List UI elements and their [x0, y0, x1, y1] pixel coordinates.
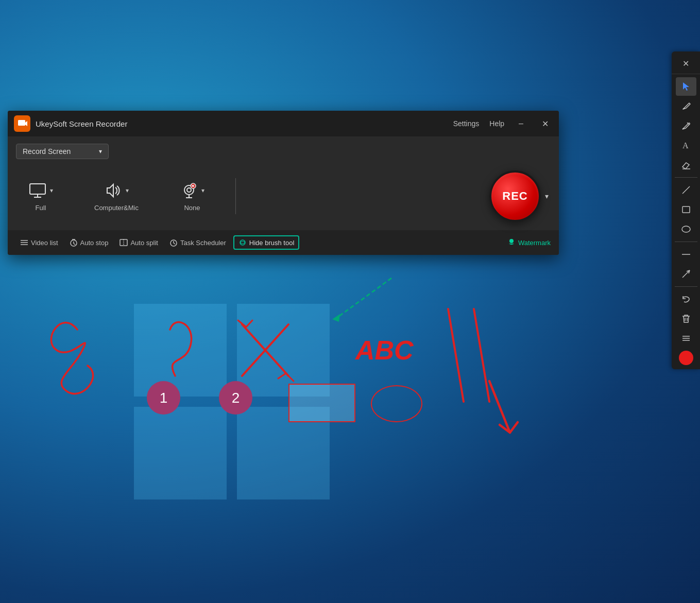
toolbar-row: Record Screen ▾ — [8, 136, 559, 164]
svg-line-28 — [174, 243, 175, 244]
close-x-icon: ✕ — [682, 59, 689, 68]
rectangle-tool-button[interactable] — [676, 200, 696, 219]
minimize-button[interactable]: – — [515, 117, 527, 130]
rec-area: REC ▾ — [489, 170, 549, 222]
eraser-icon — [681, 160, 691, 170]
marker-tool-button[interactable] — [676, 116, 696, 135]
display-icon-row: ▾ — [28, 181, 53, 200]
watermark-button[interactable]: Watermark — [507, 238, 551, 247]
close-button[interactable]: ✕ — [538, 117, 553, 131]
display-control[interactable]: ▾ Full — [18, 181, 74, 212]
task-scheduler-button[interactable]: Task Scheduler — [165, 236, 230, 249]
camera-chevron-icon: ▾ — [201, 187, 204, 194]
toolbar-divider-1 — [675, 177, 697, 178]
auto-split-button[interactable]: Auto split — [115, 236, 162, 249]
line-tool-button[interactable] — [676, 181, 696, 199]
svg-rect-7 — [30, 184, 45, 194]
video-list-button[interactable]: Video list — [16, 236, 62, 249]
brush-icon — [238, 238, 247, 247]
svg-rect-1 — [237, 304, 330, 397]
controls-divider — [235, 178, 236, 214]
ellipse-icon — [681, 224, 691, 234]
rectangle-icon — [681, 204, 691, 215]
svg-point-11 — [187, 188, 191, 192]
pen-tool-button[interactable] — [676, 97, 696, 115]
svg-rect-34 — [682, 206, 690, 213]
camera-control[interactable]: ▾ None — [159, 181, 225, 212]
svg-point-35 — [682, 226, 690, 232]
display-chevron-icon: ▾ — [50, 187, 53, 194]
camera-label: None — [184, 204, 200, 212]
undo-button[interactable] — [676, 290, 696, 308]
svg-line-37 — [682, 270, 690, 278]
svg-line-33 — [682, 186, 690, 194]
audio-chevron-icon: ▾ — [126, 187, 129, 194]
straight-line-tool-button[interactable] — [676, 245, 696, 264]
svg-marker-5 — [332, 314, 340, 322]
svg-point-30 — [509, 239, 514, 243]
svg-line-4 — [335, 278, 391, 319]
rec-dropdown-arrow[interactable]: ▾ — [545, 192, 549, 200]
rec-button[interactable]: REC — [489, 170, 541, 222]
audio-label: Computer&Mic — [94, 204, 139, 212]
svg-rect-0 — [134, 304, 227, 397]
hamburger-icon — [681, 333, 691, 343]
record-mode-dropdown[interactable]: Record Screen ▾ — [16, 144, 109, 159]
number-circle-1: 1 — [147, 381, 180, 415]
list-icon — [20, 238, 28, 247]
abc-text-annotation: ABC — [355, 335, 414, 366]
pen-icon — [681, 101, 691, 111]
help-link[interactable]: Help — [489, 119, 504, 128]
split-icon — [119, 238, 128, 247]
toolbar-divider-2 — [675, 242, 697, 242]
app-window: UkeySoft Screen Recorder Settings Help –… — [8, 111, 559, 255]
ellipse-tool-button[interactable] — [676, 220, 696, 238]
auto-stop-button[interactable]: Auto stop — [65, 236, 113, 249]
highlight-arrow-svg — [330, 273, 422, 324]
scheduler-icon — [169, 238, 178, 247]
audio-icon-row: ▾ — [104, 181, 129, 200]
number-circle-2: 2 — [219, 381, 252, 415]
cursor-icon — [681, 81, 691, 92]
hide-brush-button[interactable]: Hide brush tool — [233, 235, 299, 250]
camera-icon-row: ▾ — [180, 181, 204, 200]
svg-text:A: A — [682, 141, 689, 150]
text-tool-button[interactable]: A — [676, 136, 696, 154]
watermark-icon — [507, 238, 516, 247]
cursor-tool-button[interactable] — [676, 77, 696, 96]
audio-control[interactable]: ▾ Computer&Mic — [74, 181, 159, 212]
arrow-tool-button[interactable] — [676, 265, 696, 283]
record-dot-button[interactable] — [679, 351, 693, 365]
drawing-toolbar: ✕ A — [672, 51, 700, 369]
rectangle-annotation — [288, 384, 355, 422]
bottom-toolbar: Video list Auto stop Auto split — [8, 230, 559, 255]
app-logo-icon — [14, 115, 30, 132]
eraser-tool-button[interactable] — [676, 156, 696, 174]
svg-rect-6 — [18, 120, 25, 126]
app-title: UkeySoft Screen Recorder — [36, 119, 453, 128]
monitor-icon — [28, 181, 47, 200]
settings-link[interactable]: Settings — [453, 119, 480, 128]
sidebar-close-button[interactable]: ✕ — [672, 56, 700, 74]
line-icon — [681, 185, 691, 195]
controls-row: ▾ Full ▾ Computer&Mic — [8, 164, 559, 230]
record-mode-label: Record Screen — [23, 147, 71, 156]
display-label: Full — [36, 204, 46, 212]
menu-button[interactable] — [676, 329, 696, 348]
svg-rect-2 — [134, 407, 227, 499]
trash-icon — [681, 314, 691, 324]
arrow-icon — [681, 269, 691, 279]
straight-line-icon — [681, 249, 691, 260]
webcam-icon — [180, 181, 198, 200]
ellipse-annotation — [371, 385, 422, 422]
marker-icon — [681, 120, 691, 131]
dropdown-arrow-icon: ▾ — [99, 148, 102, 155]
title-bar: UkeySoft Screen Recorder Settings Help –… — [8, 111, 559, 136]
svg-line-22 — [74, 244, 75, 245]
clock-icon — [70, 238, 78, 247]
title-actions: Settings Help – ✕ — [453, 117, 553, 131]
delete-button[interactable] — [676, 309, 696, 328]
text-icon: A — [681, 140, 691, 150]
speaker-icon — [104, 181, 123, 200]
toolbar-divider-3 — [675, 286, 697, 287]
